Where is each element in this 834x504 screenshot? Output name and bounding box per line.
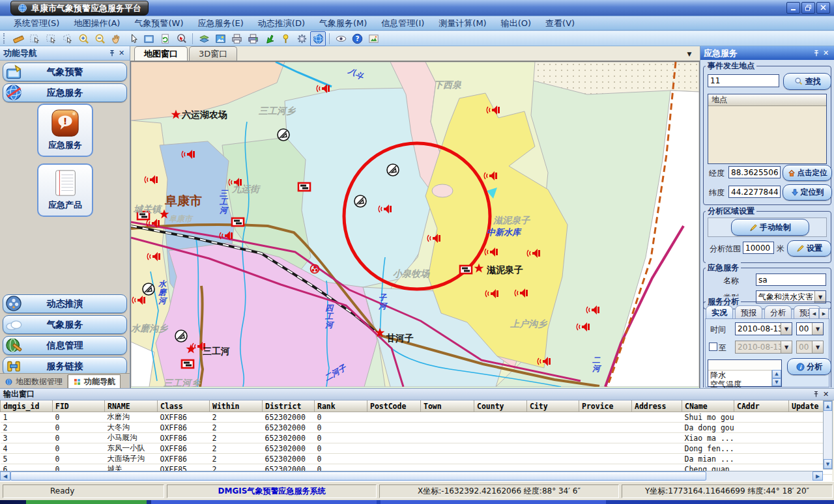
output-column-header[interactable]: Town (421, 400, 474, 412)
output-column-header[interactable]: Rank (315, 400, 367, 412)
menu-item-2[interactable]: 地图操作(A) (66, 16, 127, 31)
menu-item-4[interactable]: 应急服务(E) (190, 16, 250, 31)
toolbar-pushpin-icon[interactable] (278, 31, 293, 46)
click-locate-button[interactable]: 点击定位 (783, 165, 832, 181)
manual-draw-button[interactable]: 手动绘制 (731, 219, 809, 236)
menu-item-1[interactable]: 系统管理(S) (7, 16, 66, 31)
element-item-1[interactable]: 降水 (708, 371, 781, 380)
hour-from-combo[interactable]: 00▼ (796, 322, 824, 335)
toolbar-select-poly-icon[interactable] (59, 31, 75, 46)
map-canvas[interactable]: 六运湖农场三工河乡下西泉八斗九运街城关镇阜康市阜康市滋泥泉子中新水库滋泥泉子小泉… (130, 61, 700, 389)
toolbar-gear-icon[interactable] (294, 31, 309, 46)
output-table-row[interactable]: 40东风一小队OXFF8626523020000Dong fen... (1, 443, 832, 454)
content-button-2[interactable]: 应急产品 (37, 163, 93, 217)
analysis-tab-2[interactable]: 预报 (735, 305, 762, 319)
location-list[interactable]: 地点 (708, 94, 827, 164)
date-to-combo[interactable]: 2010-08-13▼ (735, 341, 792, 354)
toolbar-identify-icon[interactable] (173, 31, 189, 46)
output-column-header[interactable]: City (527, 400, 579, 412)
output-column-header[interactable]: dmgis_id (1, 400, 53, 412)
output-column-header[interactable]: Class (158, 400, 210, 412)
panel-close-icon[interactable]: ✕ (117, 49, 126, 58)
output-table-row[interactable]: 20大冬沟OXFF8626523020000Da dong gou (1, 423, 832, 433)
element-list[interactable]: 降水空气温度 ▲ ▼ (708, 359, 782, 387)
toolbar-print-icon[interactable] (229, 31, 244, 46)
toolbar-help-icon[interactable]: ? (349, 31, 365, 46)
longitude-input[interactable] (728, 166, 781, 178)
map-tab-1[interactable]: 地图窗口 (134, 46, 188, 61)
menu-item-6[interactable]: 气象服务(M) (312, 16, 374, 31)
right-panel-close-icon[interactable]: ✕ (821, 49, 831, 58)
menu-item-3[interactable]: 气象预警(W) (127, 16, 190, 31)
nav-bottom-button-2[interactable]: 气象服务 (3, 315, 127, 334)
search-button[interactable]: 查找 (783, 73, 831, 90)
output-table-row[interactable]: 10水磨沟OXFF8626523020000Shui mo gou (1, 412, 832, 423)
range-set-button[interactable]: 设置 (787, 240, 831, 257)
toolbar-pan-icon[interactable] (108, 31, 124, 46)
output-scroll-left-icon[interactable]: ◀ (0, 471, 10, 481)
element-item-2[interactable]: 空气温度 (708, 380, 781, 389)
toolbar-full-extent-icon[interactable] (141, 31, 156, 46)
toolbar-select-icon[interactable] (27, 31, 42, 46)
restore-button[interactable] (801, 2, 815, 14)
nav-bottom-button-3[interactable]: 信息管理 (3, 336, 127, 355)
toolbar-ruler-icon[interactable] (10, 31, 26, 46)
output-hscroll-thumb[interactable] (10, 471, 706, 481)
nav-top-button-1[interactable]: 气象预警 (3, 63, 127, 81)
menu-item-10[interactable]: 查看(V) (538, 16, 582, 31)
toolbar-picture-export-icon[interactable] (366, 31, 381, 46)
output-column-header[interactable]: FID (53, 400, 105, 412)
output-table-row[interactable]: 50大面场子沟OXFF8626523020000Da mian ... (1, 454, 832, 464)
location-search-input[interactable] (708, 74, 779, 87)
toolbar-green-arrow-icon[interactable] (261, 31, 277, 46)
output-scroll-up-icon[interactable]: ▲ (824, 401, 832, 411)
output-column-header[interactable]: District (263, 400, 315, 412)
output-column-header[interactable]: CName (682, 400, 734, 412)
goto-location-button[interactable]: 定位到 (783, 184, 832, 201)
nav-top-button-2[interactable]: 应急服务 (3, 83, 127, 102)
output-pin-icon[interactable] (811, 390, 821, 399)
map-window-menu-button[interactable]: ▼ (684, 49, 695, 59)
menu-item-7[interactable]: 信息管理(I) (374, 16, 431, 31)
element-list-scrollbar[interactable]: ▲ ▼ (771, 370, 781, 386)
to-checkbox[interactable] (709, 343, 717, 351)
date-from-combo[interactable]: 2010-08-13▼ (735, 322, 792, 335)
close-button[interactable] (816, 2, 830, 14)
right-panel-pin-icon[interactable] (811, 49, 821, 58)
scroll-up-icon[interactable]: ▲ (772, 370, 781, 378)
analyze-button[interactable]: i 分析 (787, 358, 831, 375)
panel-pin-icon[interactable] (107, 49, 117, 58)
range-input[interactable] (743, 242, 774, 254)
output-column-header[interactable]: Address (632, 400, 682, 412)
toolbar-eye-icon[interactable] (333, 31, 349, 46)
output-column-header[interactable]: RNAME (105, 400, 158, 412)
scroll-down-icon[interactable]: ▼ (772, 378, 781, 387)
toolbar-zoom-in-icon[interactable] (76, 31, 91, 46)
output-column-header[interactable]: CAddr (734, 400, 789, 412)
toolbar-print-color-icon[interactable] (245, 31, 261, 46)
latitude-input[interactable] (728, 186, 781, 198)
output-column-header[interactable]: Provice (579, 400, 632, 412)
output-table-row[interactable]: 30小马厩沟OXFF8626523020000Xiao ma ... (1, 433, 832, 443)
analysis-tab-1[interactable]: 实况 (706, 305, 733, 319)
toolbar-pointer-icon[interactable] (124, 31, 140, 46)
toolbar-select-rect-icon[interactable] (43, 31, 59, 46)
menu-item-9[interactable]: 输出(O) (494, 16, 538, 31)
output-scroll-right-icon[interactable]: ▶ (812, 471, 823, 481)
left-panel-tab-2[interactable]: 功能导航 (68, 374, 121, 388)
toolbar-refresh-icon[interactable] (157, 31, 173, 46)
analysis-tab-3[interactable]: 分析 (764, 305, 792, 319)
output-column-header[interactable]: Within (210, 400, 263, 412)
toolbar-globe-icon[interactable] (310, 31, 326, 46)
hour-to-combo[interactable]: 00▼ (796, 341, 824, 354)
output-vscrollbar[interactable]: ▲ ▼ (823, 400, 833, 469)
minimize-button[interactable] (786, 2, 800, 14)
nav-bottom-button-1[interactable]: 动态推演 (3, 294, 127, 313)
toolbar-zoom-out-icon[interactable] (92, 31, 108, 46)
menu-item-5[interactable]: 动态推演(D) (251, 16, 312, 31)
output-scroll-down-icon[interactable]: ▼ (824, 459, 832, 469)
output-column-header[interactable]: PostCode (367, 400, 421, 412)
toolbar-grip[interactable] (3, 33, 8, 44)
toolbar-map-export-icon[interactable] (212, 31, 228, 46)
toolbar-layers-icon[interactable] (196, 31, 212, 46)
